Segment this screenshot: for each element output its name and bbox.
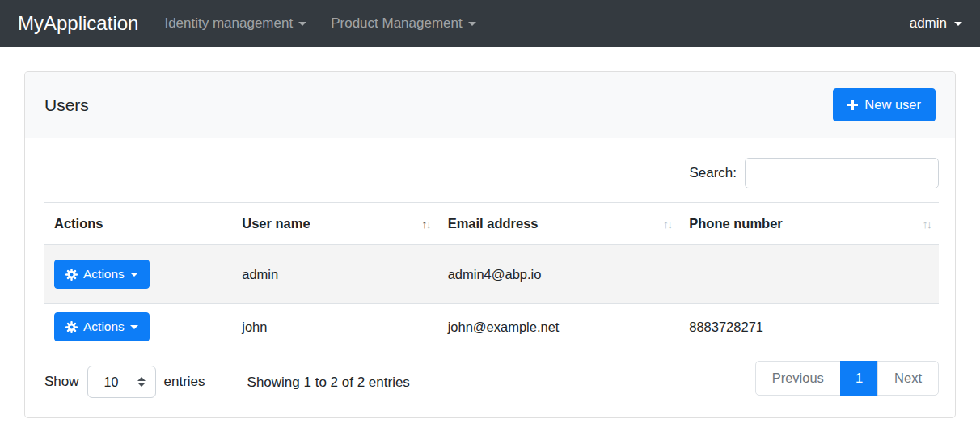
column-label: Email address	[448, 216, 539, 231]
table-row: Actions john john@example.net 8883728271	[44, 304, 939, 350]
users-table: Actions User name ↑↓ Email address ↑↓	[44, 202, 939, 349]
nav-menu: Identity management Product Management	[164, 15, 909, 32]
pagination-page-1[interactable]: 1	[840, 361, 878, 396]
chevron-down-icon	[468, 22, 476, 26]
cell-user-name: admin	[232, 245, 437, 304]
sort-icon: ↑↓	[663, 218, 672, 231]
users-card: Users New user Search:	[24, 71, 956, 418]
cell-actions: Actions	[44, 245, 232, 304]
row-actions-label: Actions	[83, 320, 125, 334]
nav-item-identity-management[interactable]: Identity management	[164, 15, 306, 32]
pagination: Previous 1 Next	[755, 361, 939, 396]
chevron-down-icon	[298, 22, 306, 26]
table-body: Actions admin admin4@abp.io	[44, 245, 939, 350]
cell-phone	[679, 245, 939, 304]
card-header: Users New user	[25, 72, 955, 138]
cell-email: john@example.net	[438, 304, 680, 350]
column-header-actions: Actions	[44, 203, 232, 245]
column-header-user-name[interactable]: User name ↑↓	[232, 203, 437, 245]
gear-icon	[65, 321, 78, 333]
nav-item-product-management[interactable]: Product Management	[331, 15, 476, 32]
table-footer: Show 10 entries Showing 1 to 2 of 2 entr…	[44, 359, 939, 398]
nav-item-label: Identity management	[164, 15, 293, 32]
entries-label: entries	[164, 374, 205, 390]
column-label: Phone number	[689, 216, 783, 231]
chevron-down-icon	[130, 273, 138, 277]
column-label: Actions	[54, 216, 103, 231]
table-info: Showing 1 to 2 of 2 entries	[247, 375, 410, 391]
sort-desc-icon: ↓	[667, 218, 671, 231]
column-label: User name	[242, 216, 310, 231]
cell-user-name: john	[232, 304, 437, 350]
card-body: Search: Actions User name ↑↓	[25, 138, 955, 417]
show-label: Show	[44, 374, 79, 390]
table-row: Actions admin admin4@abp.io	[44, 245, 939, 304]
cell-actions: Actions	[44, 304, 232, 350]
chevron-down-icon	[954, 22, 962, 26]
sort-icon: ↑↓	[421, 218, 430, 231]
app-root: MyApplication Identity management Produc…	[0, 0, 980, 418]
gear-icon	[65, 269, 78, 281]
row-actions-button[interactable]: Actions	[54, 260, 150, 289]
top-navbar: MyApplication Identity management Produc…	[0, 0, 980, 47]
search-row: Search:	[44, 158, 939, 188]
table-header-row: Actions User name ↑↓ Email address ↑↓	[44, 203, 939, 245]
page-size-select-wrap: 10	[87, 366, 156, 398]
search-label: Search:	[689, 165, 737, 181]
page-size-select[interactable]: 10	[87, 366, 156, 398]
cell-phone: 8883728271	[679, 304, 939, 350]
new-user-button[interactable]: New user	[833, 88, 936, 121]
row-actions-button[interactable]: Actions	[54, 312, 150, 341]
new-user-button-label: New user	[864, 97, 921, 112]
nav-item-label: Product Management	[331, 15, 463, 32]
row-actions-label: Actions	[83, 267, 125, 282]
sort-icon: ↑↓	[923, 218, 931, 231]
column-header-email[interactable]: Email address ↑↓	[438, 203, 680, 245]
search-input[interactable]	[745, 158, 939, 188]
user-menu[interactable]: admin	[910, 15, 962, 32]
main-content: Users New user Search:	[0, 47, 980, 418]
column-header-phone[interactable]: Phone number ↑↓	[679, 203, 939, 245]
page-size-control: Show 10 entries	[44, 366, 205, 398]
chevron-down-icon	[130, 325, 138, 329]
table-header: Actions User name ↑↓ Email address ↑↓	[44, 203, 939, 245]
plus-icon	[847, 100, 858, 110]
user-menu-label: admin	[910, 15, 947, 32]
pagination-next[interactable]: Next	[877, 361, 939, 396]
pagination-previous[interactable]: Previous	[755, 361, 841, 396]
app-brand[interactable]: MyApplication	[18, 12, 138, 35]
cell-email: admin4@abp.io	[438, 245, 680, 304]
sort-desc-icon: ↓	[425, 218, 429, 231]
page-title: Users	[44, 95, 89, 115]
sort-desc-icon: ↓	[927, 218, 931, 231]
